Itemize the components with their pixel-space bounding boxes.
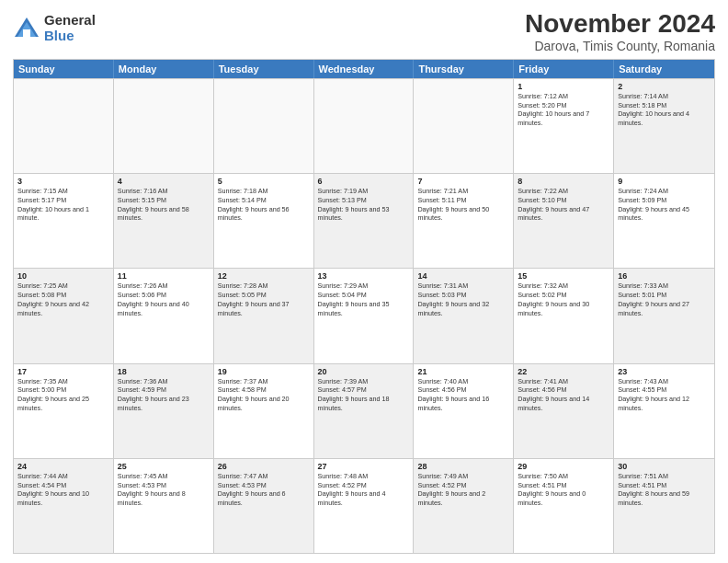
svg-rect-2 xyxy=(23,29,30,37)
calendar-cell: 20Sunrise: 7:39 AM Sunset: 4:57 PM Dayli… xyxy=(314,364,415,458)
day-info: Sunrise: 7:19 AM Sunset: 5:13 PM Dayligh… xyxy=(318,187,410,223)
day-number: 12 xyxy=(218,271,310,281)
day-number: 10 xyxy=(17,271,109,281)
day-info: Sunrise: 7:21 AM Sunset: 5:11 PM Dayligh… xyxy=(417,187,509,223)
day-number: 18 xyxy=(118,367,210,376)
day-number: 27 xyxy=(318,462,410,471)
calendar-cell: 12Sunrise: 7:28 AM Sunset: 5:05 PM Dayli… xyxy=(214,269,314,362)
calendar-row: 3Sunrise: 7:15 AM Sunset: 5:17 PM Daylig… xyxy=(14,173,714,268)
calendar-header-day: Sunday xyxy=(14,60,114,78)
calendar-row: 1Sunrise: 7:12 AM Sunset: 5:20 PM Daylig… xyxy=(14,78,714,173)
calendar-cell: 22Sunrise: 7:41 AM Sunset: 4:56 PM Dayli… xyxy=(514,364,614,458)
day-info: Sunrise: 7:51 AM Sunset: 4:51 PM Dayligh… xyxy=(618,472,711,508)
day-number: 13 xyxy=(318,271,410,281)
day-info: Sunrise: 7:32 AM Sunset: 5:02 PM Dayligh… xyxy=(518,282,609,317)
calendar-cell: 25Sunrise: 7:45 AM Sunset: 4:53 PM Dayli… xyxy=(114,459,214,553)
calendar-cell xyxy=(114,79,214,173)
subtitle: Darova, Timis County, Romania xyxy=(525,39,715,53)
calendar-row: 17Sunrise: 7:35 AM Sunset: 5:00 PM Dayli… xyxy=(14,363,714,458)
day-info: Sunrise: 7:16 AM Sunset: 5:15 PM Dayligh… xyxy=(118,187,210,223)
calendar-cell: 23Sunrise: 7:43 AM Sunset: 4:55 PM Dayli… xyxy=(614,364,714,458)
day-info: Sunrise: 7:47 AM Sunset: 4:53 PM Dayligh… xyxy=(218,472,310,508)
logo-icon xyxy=(13,15,40,42)
day-info: Sunrise: 7:39 AM Sunset: 4:57 PM Dayligh… xyxy=(318,377,410,413)
logo-blue: Blue xyxy=(44,29,96,44)
calendar-cell: 3Sunrise: 7:15 AM Sunset: 5:17 PM Daylig… xyxy=(14,174,114,268)
day-info: Sunrise: 7:14 AM Sunset: 5:18 PM Dayligh… xyxy=(618,92,711,128)
day-number: 15 xyxy=(518,271,609,281)
calendar-header-day: Thursday xyxy=(414,60,514,78)
day-number: 20 xyxy=(318,367,410,376)
calendar-cell: 28Sunrise: 7:49 AM Sunset: 4:52 PM Dayli… xyxy=(414,459,514,553)
day-info: Sunrise: 7:31 AM Sunset: 5:03 PM Dayligh… xyxy=(417,282,509,317)
day-info: Sunrise: 7:44 AM Sunset: 4:54 PM Dayligh… xyxy=(17,472,109,508)
logo: General Blue xyxy=(13,13,96,43)
day-info: Sunrise: 7:37 AM Sunset: 4:58 PM Dayligh… xyxy=(218,377,310,413)
day-info: Sunrise: 7:48 AM Sunset: 4:52 PM Dayligh… xyxy=(318,472,410,508)
calendar-cell: 17Sunrise: 7:35 AM Sunset: 5:00 PM Dayli… xyxy=(14,364,114,458)
calendar-cell: 16Sunrise: 7:33 AM Sunset: 5:01 PM Dayli… xyxy=(614,269,714,362)
calendar-cell: 8Sunrise: 7:22 AM Sunset: 5:10 PM Daylig… xyxy=(514,174,614,268)
calendar-row: 24Sunrise: 7:44 AM Sunset: 4:54 PM Dayli… xyxy=(14,458,714,553)
calendar-cell xyxy=(314,79,415,173)
day-number: 4 xyxy=(118,177,210,186)
calendar-body: 1Sunrise: 7:12 AM Sunset: 5:20 PM Daylig… xyxy=(14,78,714,553)
calendar-cell: 14Sunrise: 7:31 AM Sunset: 5:03 PM Dayli… xyxy=(414,269,514,362)
day-number: 16 xyxy=(618,271,711,281)
day-number: 6 xyxy=(318,177,410,186)
calendar-cell: 13Sunrise: 7:29 AM Sunset: 5:04 PM Dayli… xyxy=(314,269,415,362)
calendar-header-day: Monday xyxy=(114,60,214,78)
calendar-cell: 9Sunrise: 7:24 AM Sunset: 5:09 PM Daylig… xyxy=(614,174,714,268)
calendar-cell: 10Sunrise: 7:25 AM Sunset: 5:08 PM Dayli… xyxy=(14,269,114,362)
day-number: 3 xyxy=(17,177,109,186)
calendar-header-day: Wednesday xyxy=(314,60,415,78)
day-number: 25 xyxy=(118,462,210,471)
day-info: Sunrise: 7:26 AM Sunset: 5:06 PM Dayligh… xyxy=(118,282,210,317)
calendar-cell: 5Sunrise: 7:18 AM Sunset: 5:14 PM Daylig… xyxy=(214,174,314,268)
day-number: 21 xyxy=(417,367,509,376)
day-number: 28 xyxy=(417,462,509,471)
day-info: Sunrise: 7:50 AM Sunset: 4:51 PM Dayligh… xyxy=(518,472,609,508)
day-info: Sunrise: 7:24 AM Sunset: 5:09 PM Dayligh… xyxy=(618,187,711,223)
day-info: Sunrise: 7:43 AM Sunset: 4:55 PM Dayligh… xyxy=(618,377,711,413)
day-info: Sunrise: 7:28 AM Sunset: 5:05 PM Dayligh… xyxy=(218,282,310,317)
calendar-cell: 6Sunrise: 7:19 AM Sunset: 5:13 PM Daylig… xyxy=(314,174,415,268)
day-info: Sunrise: 7:29 AM Sunset: 5:04 PM Dayligh… xyxy=(318,282,410,317)
calendar-cell: 11Sunrise: 7:26 AM Sunset: 5:06 PM Dayli… xyxy=(114,269,214,362)
calendar-cell: 24Sunrise: 7:44 AM Sunset: 4:54 PM Dayli… xyxy=(14,459,114,553)
day-info: Sunrise: 7:36 AM Sunset: 4:59 PM Dayligh… xyxy=(118,377,210,413)
day-number: 23 xyxy=(618,367,711,376)
calendar-cell: 2Sunrise: 7:14 AM Sunset: 5:18 PM Daylig… xyxy=(614,79,714,173)
calendar-cell: 15Sunrise: 7:32 AM Sunset: 5:02 PM Dayli… xyxy=(514,269,614,362)
calendar-cell: 30Sunrise: 7:51 AM Sunset: 4:51 PM Dayli… xyxy=(614,459,714,553)
calendar-header: SundayMondayTuesdayWednesdayThursdayFrid… xyxy=(14,60,714,78)
header: General Blue November 2024 Darova, Timis… xyxy=(13,9,715,53)
day-number: 22 xyxy=(518,367,609,376)
calendar-cell: 1Sunrise: 7:12 AM Sunset: 5:20 PM Daylig… xyxy=(514,79,614,173)
calendar: SundayMondayTuesdayWednesdayThursdayFrid… xyxy=(13,59,715,554)
calendar-cell: 29Sunrise: 7:50 AM Sunset: 4:51 PM Dayli… xyxy=(514,459,614,553)
day-info: Sunrise: 7:18 AM Sunset: 5:14 PM Dayligh… xyxy=(218,187,310,223)
day-info: Sunrise: 7:40 AM Sunset: 4:56 PM Dayligh… xyxy=(417,377,509,413)
day-info: Sunrise: 7:41 AM Sunset: 4:56 PM Dayligh… xyxy=(518,377,609,413)
day-number: 5 xyxy=(218,177,310,186)
day-number: 9 xyxy=(618,177,711,186)
day-info: Sunrise: 7:35 AM Sunset: 5:00 PM Dayligh… xyxy=(17,377,109,413)
day-number: 1 xyxy=(518,82,609,91)
day-number: 19 xyxy=(218,367,310,376)
calendar-cell: 18Sunrise: 7:36 AM Sunset: 4:59 PM Dayli… xyxy=(114,364,214,458)
calendar-cell: 27Sunrise: 7:48 AM Sunset: 4:52 PM Dayli… xyxy=(314,459,415,553)
day-number: 24 xyxy=(17,462,109,471)
day-number: 17 xyxy=(17,367,109,376)
main-title: November 2024 xyxy=(525,9,715,39)
day-number: 29 xyxy=(518,462,609,471)
day-number: 30 xyxy=(618,462,711,471)
day-number: 26 xyxy=(218,462,310,471)
day-info: Sunrise: 7:33 AM Sunset: 5:01 PM Dayligh… xyxy=(618,282,711,317)
calendar-cell xyxy=(214,79,314,173)
logo-general: General xyxy=(44,13,96,29)
day-number: 8 xyxy=(518,177,609,186)
calendar-cell: 4Sunrise: 7:16 AM Sunset: 5:15 PM Daylig… xyxy=(114,174,214,268)
day-info: Sunrise: 7:45 AM Sunset: 4:53 PM Dayligh… xyxy=(118,472,210,508)
calendar-row: 10Sunrise: 7:25 AM Sunset: 5:08 PM Dayli… xyxy=(14,268,714,362)
